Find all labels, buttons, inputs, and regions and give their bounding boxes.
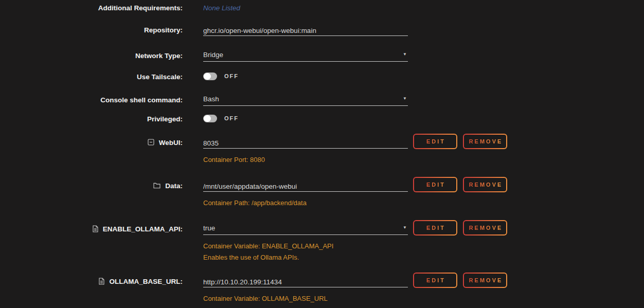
- webui-port-input[interactable]: [203, 138, 408, 149]
- row-actions: EDIT REMOVE: [413, 220, 507, 235]
- field-help: Container Variable: OLLAMA_BASE_URL: [203, 293, 408, 304]
- edit-button[interactable]: EDIT: [413, 134, 457, 149]
- help-text: Container Port: 8080: [203, 154, 408, 166]
- file-text-icon: [93, 225, 98, 232]
- edit-button-label: EDIT: [425, 138, 445, 144]
- select-value: Bridge: [203, 51, 223, 59]
- toggle-state-label: OFF: [224, 73, 239, 79]
- toggle-knob: [204, 73, 211, 80]
- edit-button-face: EDIT: [414, 221, 456, 234]
- toggle-state-label: OFF: [224, 115, 239, 121]
- remove-button-label: REMOVE: [468, 277, 503, 283]
- field-control: None Listed: [203, 3, 408, 12]
- field-label: Network Type:: [135, 52, 183, 60]
- field-label-cell: OLLAMA_BASE_URL:: [0, 277, 193, 286]
- field-control: Bash ▼: [203, 95, 408, 106]
- help-text: Container Variable: ENABLE_OLLAMA_API: [203, 241, 408, 252]
- help-text: Container Variable: OLLAMA_BASE_URL: [203, 293, 408, 304]
- field-label-cell: Data:: [0, 181, 193, 190]
- field-control: Container Variable: OLLAMA_BASE_URL: [203, 277, 408, 304]
- console-shell-command-select[interactable]: Bash ▼: [203, 95, 408, 106]
- field-label: OLLAMA_BASE_URL:: [109, 278, 183, 285]
- help-text: Container Path: /app/backend/data: [203, 197, 408, 209]
- field-label-cell: ENABLE_OLLAMA_API:: [0, 224, 193, 233]
- remove-button-face: REMOVE: [464, 178, 506, 191]
- remove-button[interactable]: REMOVE: [463, 177, 507, 192]
- field-label: Data:: [165, 182, 183, 190]
- ollama-base-url-input[interactable]: [203, 277, 408, 287]
- edit-button[interactable]: EDIT: [413, 273, 457, 288]
- remove-button[interactable]: REMOVE: [463, 220, 507, 235]
- field-label: ENABLE_OLLAMA_API:: [103, 225, 183, 233]
- remove-button[interactable]: REMOVE: [463, 134, 507, 149]
- edit-button-face: EDIT: [414, 274, 456, 287]
- field-label-cell: Privileged:: [0, 114, 193, 123]
- enable-ollama-api-select[interactable]: true ▼: [203, 224, 408, 235]
- docker-template-settings-page: Additional Requirements: None Listed Rep…: [0, 0, 644, 308]
- select-value: true: [203, 224, 215, 232]
- row-actions: EDIT REMOVE: [413, 134, 507, 149]
- field-control: OFF: [203, 72, 408, 80]
- use-tailscale-toggle[interactable]: [203, 73, 217, 80]
- field-label-cell: Use Tailscale:: [0, 72, 193, 81]
- field-help: Container Path: /app/backend/data: [203, 197, 408, 209]
- field-control: true ▼ Container Variable: ENABLE_OLLAMA…: [203, 224, 408, 263]
- remove-button-face: REMOVE: [464, 274, 506, 287]
- field-help: Container Variable: ENABLE_OLLAMA_API En…: [203, 241, 408, 263]
- edit-button-label: EDIT: [425, 225, 445, 231]
- network-type-select[interactable]: Bridge ▼: [203, 51, 408, 62]
- toggle-knob: [204, 115, 211, 122]
- field-label-cell: WebUI:: [0, 138, 193, 147]
- folder-icon: [153, 183, 160, 189]
- remove-button-face: REMOVE: [464, 221, 506, 234]
- field-label-cell: Console shell command:: [0, 95, 193, 104]
- field-control: Container Port: 8080: [203, 138, 408, 166]
- remove-button-label: REMOVE: [468, 182, 503, 188]
- help-text: Enables the use of Ollama APIs.: [203, 252, 408, 263]
- repository-input[interactable]: [203, 25, 408, 36]
- row-actions: EDIT REMOVE: [413, 273, 507, 288]
- minus-square-icon: [148, 139, 154, 146]
- edit-button-label: EDIT: [425, 277, 445, 283]
- field-help: Container Port: 8080: [203, 154, 408, 166]
- select-arrow-icon: ▼: [403, 226, 407, 230]
- edit-button-label: EDIT: [425, 182, 445, 188]
- edit-button[interactable]: EDIT: [413, 220, 457, 235]
- field-label: Additional Requirements:: [98, 4, 183, 12]
- additional-requirements-value: None Listed: [203, 4, 240, 12]
- select-arrow-icon: ▼: [403, 52, 407, 57]
- remove-button-face: REMOVE: [464, 135, 506, 148]
- field-label: Use Tailscale:: [137, 73, 183, 81]
- select-value: Bash: [203, 95, 219, 103]
- remove-button-label: REMOVE: [468, 225, 503, 231]
- field-label-cell: Network Type:: [0, 51, 193, 60]
- field-label-cell: Additional Requirements:: [0, 3, 193, 12]
- row-actions: EDIT REMOVE: [413, 177, 507, 192]
- edit-button-face: EDIT: [414, 135, 456, 148]
- field-control: Container Path: /app/backend/data: [203, 181, 408, 209]
- remove-button-label: REMOVE: [468, 138, 503, 144]
- field-label: Privileged:: [147, 115, 183, 123]
- privileged-toggle[interactable]: [203, 115, 217, 122]
- remove-button[interactable]: REMOVE: [463, 273, 507, 288]
- edit-button-face: EDIT: [414, 178, 456, 191]
- field-label: WebUI:: [159, 139, 183, 147]
- field-label: Repository:: [144, 26, 183, 34]
- field-label-cell: Repository:: [0, 25, 193, 34]
- data-path-input[interactable]: [203, 181, 408, 192]
- file-text-icon: [99, 278, 104, 285]
- field-control: Bridge ▼: [203, 51, 408, 62]
- select-arrow-icon: ▼: [403, 97, 407, 101]
- field-label: Console shell command:: [100, 96, 183, 104]
- field-control: OFF: [203, 114, 408, 122]
- edit-button[interactable]: EDIT: [413, 177, 457, 192]
- field-control: [203, 25, 408, 36]
